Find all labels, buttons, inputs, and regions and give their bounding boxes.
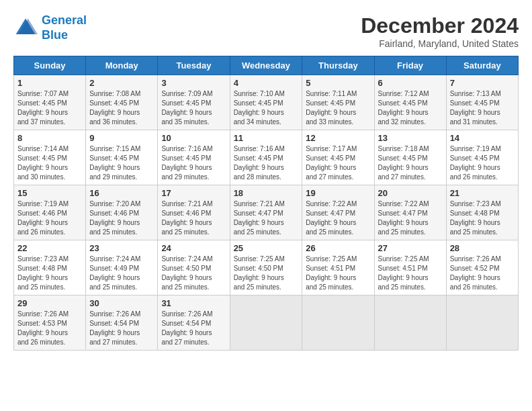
day-info: Sunrise: 7:26 AM Sunset: 4:54 PM Dayligh… — [89, 310, 154, 347]
day-info: Sunrise: 7:14 AM Sunset: 4:45 PM Dayligh… — [17, 144, 82, 182]
calendar-cell: 12Sunrise: 7:17 AM Sunset: 4:45 PM Dayli… — [302, 130, 374, 185]
calendar-cell: 1Sunrise: 7:07 AM Sunset: 4:45 PM Daylig… — [14, 75, 86, 130]
calendar-cell: 26Sunrise: 7:25 AM Sunset: 4:51 PM Dayli… — [302, 240, 374, 295]
day-number: 14 — [450, 133, 515, 143]
day-info: Sunrise: 7:21 AM Sunset: 4:47 PM Dayligh… — [234, 199, 299, 237]
day-info: Sunrise: 7:18 AM Sunset: 4:45 PM Dayligh… — [378, 144, 443, 182]
day-info: Sunrise: 7:26 AM Sunset: 4:54 PM Dayligh… — [161, 310, 226, 347]
day-number: 26 — [306, 243, 370, 253]
calendar-cell: 29Sunrise: 7:26 AM Sunset: 4:53 PM Dayli… — [14, 295, 86, 351]
day-number: 22 — [17, 243, 82, 253]
day-number: 28 — [450, 243, 515, 253]
day-number: 6 — [378, 78, 443, 88]
calendar-cell: 10Sunrise: 7:16 AM Sunset: 4:45 PM Dayli… — [158, 130, 230, 185]
calendar-cell: 22Sunrise: 7:23 AM Sunset: 4:48 PM Dayli… — [14, 240, 86, 295]
day-info: Sunrise: 7:07 AM Sunset: 4:45 PM Dayligh… — [17, 89, 82, 127]
calendar-header-row: SundayMondayTuesdayWednesdayThursdayFrid… — [14, 56, 519, 75]
day-number: 25 — [234, 243, 299, 253]
day-number: 10 — [161, 133, 226, 143]
day-info: Sunrise: 7:23 AM Sunset: 4:48 PM Dayligh… — [17, 255, 82, 292]
day-number: 31 — [161, 298, 226, 308]
day-info: Sunrise: 7:25 AM Sunset: 4:51 PM Dayligh… — [378, 255, 443, 292]
day-number: 15 — [17, 188, 82, 198]
day-number: 17 — [161, 188, 226, 198]
day-info: Sunrise: 7:21 AM Sunset: 4:46 PM Dayligh… — [161, 199, 226, 237]
calendar-cell: 25Sunrise: 7:25 AM Sunset: 4:50 PM Dayli… — [230, 240, 302, 295]
day-info: Sunrise: 7:11 AM Sunset: 4:45 PM Dayligh… — [306, 89, 370, 127]
calendar-cell: 16Sunrise: 7:20 AM Sunset: 4:46 PM Dayli… — [86, 185, 158, 240]
day-info: Sunrise: 7:25 AM Sunset: 4:51 PM Dayligh… — [306, 255, 370, 292]
calendar-cell: 20Sunrise: 7:22 AM Sunset: 4:47 PM Dayli… — [374, 185, 446, 240]
calendar-cell — [446, 295, 518, 351]
calendar-cell — [230, 295, 302, 351]
day-number: 27 — [378, 243, 443, 253]
day-info: Sunrise: 7:17 AM Sunset: 4:45 PM Dayligh… — [306, 144, 370, 182]
calendar-week-row: 29Sunrise: 7:26 AM Sunset: 4:53 PM Dayli… — [14, 295, 519, 351]
day-number: 12 — [306, 133, 370, 143]
day-number: 16 — [89, 188, 154, 198]
calendar-cell: 23Sunrise: 7:24 AM Sunset: 4:49 PM Dayli… — [86, 240, 158, 295]
day-of-week-header: Monday — [86, 56, 158, 75]
calendar-cell: 17Sunrise: 7:21 AM Sunset: 4:46 PM Dayli… — [158, 185, 230, 240]
calendar-cell: 24Sunrise: 7:24 AM Sunset: 4:50 PM Dayli… — [158, 240, 230, 295]
day-number: 11 — [234, 133, 299, 143]
day-number: 1 — [17, 78, 82, 88]
logo: General Blue — [13, 13, 87, 42]
calendar-cell: 28Sunrise: 7:26 AM Sunset: 4:52 PM Dayli… — [446, 240, 518, 295]
day-of-week-header: Wednesday — [230, 56, 302, 75]
day-number: 2 — [89, 78, 154, 88]
calendar-cell: 30Sunrise: 7:26 AM Sunset: 4:54 PM Dayli… — [86, 295, 158, 351]
calendar-cell — [374, 295, 446, 351]
day-number: 23 — [89, 243, 154, 253]
day-of-week-header: Sunday — [14, 56, 86, 75]
day-info: Sunrise: 7:26 AM Sunset: 4:53 PM Dayligh… — [17, 310, 82, 347]
day-info: Sunrise: 7:26 AM Sunset: 4:52 PM Dayligh… — [450, 255, 515, 292]
day-of-week-header: Friday — [374, 56, 446, 75]
day-info: Sunrise: 7:15 AM Sunset: 4:45 PM Dayligh… — [89, 144, 154, 182]
calendar-cell: 11Sunrise: 7:16 AM Sunset: 4:45 PM Dayli… — [230, 130, 302, 185]
day-number: 13 — [378, 133, 443, 143]
day-number: 24 — [161, 243, 226, 253]
title-area: December 2024 Fairland, Maryland, United… — [361, 13, 519, 49]
day-info: Sunrise: 7:09 AM Sunset: 4:45 PM Dayligh… — [161, 89, 226, 127]
day-info: Sunrise: 7:25 AM Sunset: 4:50 PM Dayligh… — [234, 255, 299, 292]
header: General Blue December 2024 Fairland, Mar… — [13, 13, 519, 49]
calendar-body: 1Sunrise: 7:07 AM Sunset: 4:45 PM Daylig… — [14, 75, 519, 351]
day-number: 19 — [306, 188, 370, 198]
day-number: 3 — [161, 78, 226, 88]
calendar-week-row: 22Sunrise: 7:23 AM Sunset: 4:48 PM Dayli… — [14, 240, 519, 295]
main-title: December 2024 — [361, 13, 519, 38]
day-number: 18 — [234, 188, 299, 198]
calendar-week-row: 15Sunrise: 7:19 AM Sunset: 4:46 PM Dayli… — [14, 185, 519, 240]
day-info: Sunrise: 7:23 AM Sunset: 4:48 PM Dayligh… — [450, 199, 515, 237]
calendar-week-row: 8Sunrise: 7:14 AM Sunset: 4:45 PM Daylig… — [14, 130, 519, 185]
calendar-cell: 3Sunrise: 7:09 AM Sunset: 4:45 PM Daylig… — [158, 75, 230, 130]
subtitle: Fairland, Maryland, United States — [361, 38, 519, 49]
day-of-week-header: Thursday — [302, 56, 374, 75]
day-info: Sunrise: 7:08 AM Sunset: 4:45 PM Dayligh… — [89, 89, 154, 127]
day-info: Sunrise: 7:12 AM Sunset: 4:45 PM Dayligh… — [378, 89, 443, 127]
calendar-cell: 8Sunrise: 7:14 AM Sunset: 4:45 PM Daylig… — [14, 130, 86, 185]
calendar-cell: 19Sunrise: 7:22 AM Sunset: 4:47 PM Dayli… — [302, 185, 374, 240]
day-of-week-header: Tuesday — [158, 56, 230, 75]
logo-text: General Blue — [42, 13, 87, 42]
day-info: Sunrise: 7:19 AM Sunset: 4:46 PM Dayligh… — [17, 199, 82, 237]
day-info: Sunrise: 7:22 AM Sunset: 4:47 PM Dayligh… — [378, 199, 443, 237]
day-info: Sunrise: 7:24 AM Sunset: 4:50 PM Dayligh… — [161, 255, 226, 292]
calendar-cell: 31Sunrise: 7:26 AM Sunset: 4:54 PM Dayli… — [158, 295, 230, 351]
day-number: 20 — [378, 188, 443, 198]
calendar-cell: 14Sunrise: 7:19 AM Sunset: 4:45 PM Dayli… — [446, 130, 518, 185]
day-number: 9 — [89, 133, 154, 143]
calendar-cell: 2Sunrise: 7:08 AM Sunset: 4:45 PM Daylig… — [86, 75, 158, 130]
day-info: Sunrise: 7:20 AM Sunset: 4:46 PM Dayligh… — [89, 199, 154, 237]
day-number: 29 — [17, 298, 82, 308]
day-info: Sunrise: 7:10 AM Sunset: 4:45 PM Dayligh… — [234, 89, 299, 127]
calendar-cell: 21Sunrise: 7:23 AM Sunset: 4:48 PM Dayli… — [446, 185, 518, 240]
day-info: Sunrise: 7:16 AM Sunset: 4:45 PM Dayligh… — [161, 144, 226, 182]
calendar-cell: 27Sunrise: 7:25 AM Sunset: 4:51 PM Dayli… — [374, 240, 446, 295]
day-info: Sunrise: 7:24 AM Sunset: 4:49 PM Dayligh… — [89, 255, 154, 292]
day-number: 4 — [234, 78, 299, 88]
day-number: 5 — [306, 78, 370, 88]
calendar-cell: 9Sunrise: 7:15 AM Sunset: 4:45 PM Daylig… — [86, 130, 158, 185]
calendar-cell: 18Sunrise: 7:21 AM Sunset: 4:47 PM Dayli… — [230, 185, 302, 240]
